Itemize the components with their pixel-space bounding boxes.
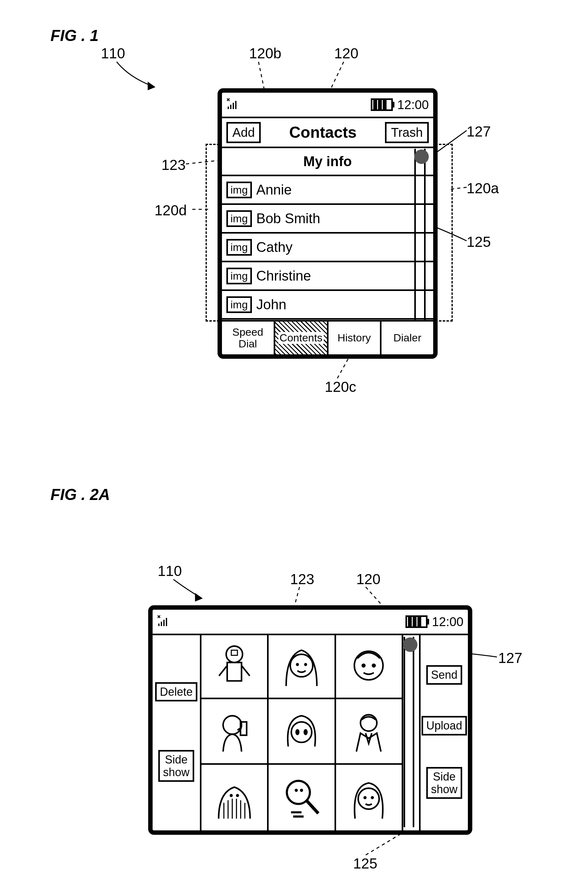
svg-point-24: [372, 664, 376, 668]
upload-button[interactable]: Upload: [422, 716, 467, 736]
svg-point-41: [363, 796, 367, 799]
thumbnail-magnifier-character[interactable]: [268, 765, 336, 831]
thumbnail-man-suit[interactable]: [336, 699, 403, 765]
clock-label: 12:00: [432, 615, 464, 629]
svg-point-33: [236, 794, 239, 797]
device-frame-landscape: 12:00 Delete Side show: [148, 605, 472, 835]
svg-point-21: [304, 663, 308, 666]
signal-icon: [157, 615, 170, 629]
scrollbar-track[interactable]: [404, 637, 414, 827]
delete-button[interactable]: Delete: [155, 682, 197, 702]
svg-point-42: [371, 796, 374, 799]
svg-point-14: [226, 646, 243, 663]
svg-line-17: [242, 666, 250, 676]
svg-point-34: [287, 781, 310, 804]
scrollbar-thumb[interactable]: [403, 637, 417, 652]
svg-point-32: [230, 794, 232, 797]
svg-marker-7: [195, 594, 202, 601]
svg-point-23: [362, 664, 366, 668]
svg-point-20: [296, 663, 299, 666]
thumbnail-girl-anime[interactable]: [268, 699, 336, 765]
svg-point-30: [304, 729, 308, 735]
thumbnail-astronaut[interactable]: [201, 634, 268, 699]
svg-point-29: [296, 729, 300, 735]
status-bar: 12:00: [153, 610, 468, 635]
thumbnail-boy-cartoon[interactable]: [336, 634, 403, 699]
thumbnail-grid: [201, 634, 403, 831]
svg-point-36: [300, 789, 303, 792]
right-button-column: Send Upload Side show: [419, 634, 468, 831]
svg-point-19: [290, 654, 313, 677]
svg-point-25: [223, 716, 241, 734]
left-button-column: Delete Side show: [153, 634, 201, 831]
thumbnail-girl-blonde[interactable]: [268, 634, 336, 699]
send-button[interactable]: Send: [426, 665, 462, 685]
thumbnail-grid-wrap: [201, 634, 403, 831]
svg-line-37: [307, 801, 318, 813]
svg-point-28: [291, 722, 312, 742]
svg-point-40: [358, 788, 380, 809]
svg-point-35: [295, 789, 298, 792]
svg-line-16: [219, 666, 227, 676]
thumbnail-dog-shaggy[interactable]: [201, 765, 268, 831]
slideshow-button[interactable]: Side show: [426, 767, 462, 799]
svg-rect-18: [231, 651, 237, 655]
thumbnail-girl-phone[interactable]: [201, 699, 268, 765]
svg-point-22: [354, 651, 383, 680]
thumbnail-girl-redhead[interactable]: [336, 765, 403, 831]
slideshow-button[interactable]: Side show: [158, 750, 194, 782]
svg-rect-15: [227, 663, 241, 681]
battery-icon: [405, 615, 428, 628]
